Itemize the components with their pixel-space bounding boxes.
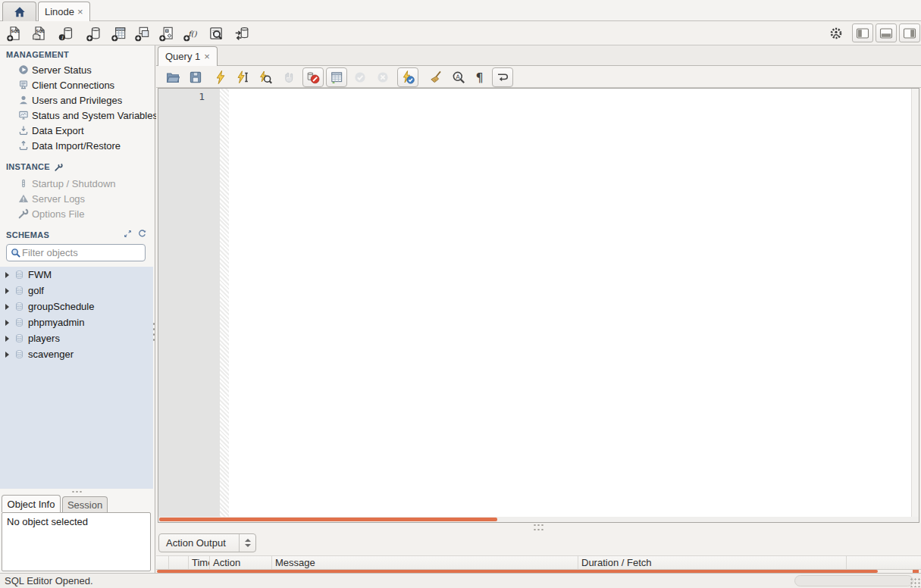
- svg-text:SQL: SQL: [36, 29, 45, 33]
- create-function-button[interactable]: f(): [182, 24, 200, 42]
- reconnect-dbms-button[interactable]: [233, 24, 251, 42]
- sidebar-item-options-file[interactable]: Options File: [0, 206, 155, 221]
- output-column-header-time: Time: [189, 556, 210, 569]
- close-icon[interactable]: ×: [204, 52, 210, 61]
- find-button[interactable]: A: [450, 68, 468, 86]
- sidebar-item-client-connections[interactable]: Client Connections: [0, 77, 155, 92]
- connection-tab[interactable]: Linode ×: [38, 2, 90, 21]
- vertical-splitter-handle[interactable]: [152, 321, 156, 341]
- expander-triangle-icon[interactable]: [5, 320, 9, 326]
- limit-rows-button[interactable]: [326, 67, 347, 87]
- sidebar-item-data-import-restore[interactable]: Data Import/Restore: [0, 138, 155, 153]
- toggle-sidebar-button[interactable]: [852, 23, 873, 42]
- db-schema-icon: [14, 317, 25, 328]
- query-tab-label: Query 1: [165, 51, 200, 62]
- inspect-database-button[interactable]: i: [57, 24, 75, 42]
- output-type-value: Action Output: [159, 537, 239, 549]
- open-sql-icon: SQL: [31, 25, 48, 42]
- new-sql-tab-button[interactable]: SQL: [5, 24, 23, 42]
- close-icon[interactable]: ×: [77, 7, 83, 17]
- create-table-button[interactable]: [110, 24, 128, 42]
- query-tab[interactable]: Query 1 ×: [158, 46, 218, 66]
- server-status-icon: [17, 64, 30, 76]
- execute-current-statement-button[interactable]: [233, 68, 252, 86]
- scrollbar-thumb[interactable]: [159, 518, 497, 521]
- sidebar-item-label: Server Status: [32, 64, 92, 76]
- schema-item-golf[interactable]: golf: [0, 283, 153, 299]
- refresh-schemas-icon[interactable]: [137, 229, 147, 239]
- beautify-query-button[interactable]: [427, 68, 445, 86]
- schema-filter-input[interactable]: [22, 247, 155, 258]
- execute-current-icon: [235, 70, 250, 85]
- resize-grip[interactable]: [910, 577, 920, 587]
- object-info-text: No object selected: [7, 516, 146, 527]
- sidebar-splitter-handle[interactable]: [0, 489, 155, 495]
- output-type-select[interactable]: Action Output: [158, 533, 256, 552]
- execute-button[interactable]: [211, 68, 230, 86]
- create-procedure-button[interactable]: [158, 24, 176, 42]
- status-message: SQL Editor Opened.: [5, 575, 93, 586]
- func-plus-icon: f(): [183, 25, 199, 42]
- editor-horizontal-scrollbar[interactable]: [158, 517, 919, 522]
- tab-session[interactable]: Session: [62, 496, 108, 512]
- toggle-secondary-sidebar-button[interactable]: [899, 23, 920, 42]
- commit-icon: [352, 70, 368, 85]
- safety-status-button[interactable]: [827, 24, 845, 42]
- open-file-icon: [165, 70, 180, 85]
- expander-triangle-icon[interactable]: [5, 272, 9, 278]
- sidebar-item-server-status[interactable]: Server Status: [0, 62, 155, 77]
- toggle-output-area-button[interactable]: [876, 23, 897, 42]
- schema-item-players[interactable]: players: [0, 330, 153, 346]
- editor-vertical-scrollbar[interactable]: [911, 89, 919, 517]
- sidebar-item-data-export[interactable]: Data Export: [0, 123, 155, 138]
- open-sql-script-button[interactable]: SQL: [30, 24, 49, 42]
- sidebar-item-label: Data Export: [32, 125, 84, 136]
- expander-triangle-icon[interactable]: [5, 304, 9, 310]
- sidebar-item-startup-shutdown[interactable]: Startup / Shutdown: [0, 176, 155, 191]
- home-tab[interactable]: [2, 2, 36, 21]
- sidebar-item-server-logs[interactable]: Server Logs: [0, 191, 155, 206]
- output-splitter-handle[interactable]: [156, 523, 921, 531]
- sidebar-item-label: Users and Privileges: [32, 95, 122, 106]
- svg-text:A: A: [456, 74, 460, 80]
- expander-triangle-icon[interactable]: [5, 288, 9, 294]
- status-variables-icon: [17, 109, 30, 121]
- toggle-invisible-characters-button[interactable]: ¶: [471, 68, 489, 86]
- wrench-icon: [17, 208, 30, 220]
- create-view-button[interactable]: [133, 24, 152, 42]
- open-script-button[interactable]: [164, 68, 182, 86]
- expander-triangle-icon[interactable]: [5, 352, 9, 358]
- search-table-data-button[interactable]: [207, 24, 225, 42]
- tab-object-info[interactable]: Object Info: [2, 495, 61, 512]
- stepper-arrows-icon[interactable]: [239, 534, 255, 552]
- sidebar-item-label: Status and System Variables: [32, 110, 158, 121]
- explain-button[interactable]: [256, 68, 274, 86]
- line-number-gutter: 1: [158, 89, 220, 517]
- schema-item-fwm[interactable]: FWM: [0, 267, 153, 283]
- sidebar-item-label: Data Import/Restore: [32, 140, 121, 152]
- status-bar: SQL Editor Opened.: [0, 573, 921, 588]
- create-schema-button[interactable]: [85, 24, 103, 42]
- sidebar-item-label: Client Connections: [32, 80, 114, 91]
- sidebar-item-users-and-privileges[interactable]: Users and Privileges: [0, 92, 155, 108]
- stop-icon: [281, 70, 296, 85]
- management-section-title: MANAGEMENT: [6, 48, 69, 61]
- save-script-button[interactable]: [186, 68, 205, 86]
- schema-item-scavenger[interactable]: scavenger: [0, 346, 153, 362]
- expander-triangle-icon[interactable]: [5, 336, 9, 342]
- toggle-autocommit-button[interactable]: [397, 67, 418, 87]
- schema-filter[interactable]: [6, 244, 146, 261]
- schema-item-phpmyadmin[interactable]: phpmyadmin: [0, 314, 153, 330]
- editor-marker-margin: [220, 89, 229, 517]
- search-icon: [10, 247, 22, 259]
- panel-left-icon: [855, 26, 870, 41]
- sidebar-item-status-and-system-variables[interactable]: Status and System Variables: [0, 108, 155, 123]
- rollback-icon: [375, 70, 390, 85]
- db-schema-icon: [14, 301, 25, 312]
- toggle-stop-on-error-button[interactable]: [302, 67, 324, 87]
- toggle-word-wrap-button[interactable]: [492, 67, 513, 87]
- editor-text-area[interactable]: [229, 89, 910, 517]
- sidebar: MANAGEMENT Server StatusClient Connectio…: [0, 45, 155, 573]
- schema-item-groupschedule[interactable]: groupSchedule: [0, 299, 153, 314]
- expand-panel-icon[interactable]: [123, 229, 133, 239]
